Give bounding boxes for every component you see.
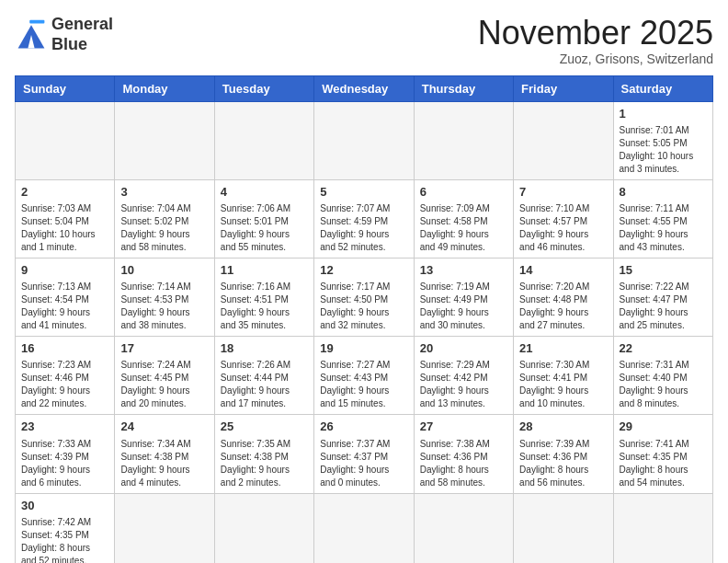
- day-info: Sunrise: 7:29 AM Sunset: 4:42 PM Dayligh…: [420, 359, 507, 410]
- calendar-cell: 18Sunrise: 7:26 AM Sunset: 4:44 PM Dayli…: [214, 337, 313, 415]
- calendar-cell: 27Sunrise: 7:38 AM Sunset: 4:36 PM Dayli…: [414, 415, 513, 493]
- day-number: 15: [620, 262, 707, 279]
- day-info: Sunrise: 7:07 AM Sunset: 4:59 PM Dayligh…: [320, 202, 407, 254]
- calendar-cell: 28Sunrise: 7:39 AM Sunset: 4:36 PM Dayli…: [514, 415, 613, 493]
- title-block: November 2025 Zuoz, Grisons, Switzerland: [478, 15, 713, 66]
- day-number: 16: [21, 340, 108, 357]
- day-info: Sunrise: 7:13 AM Sunset: 4:54 PM Dayligh…: [21, 281, 108, 332]
- calendar-cell: 16Sunrise: 7:23 AM Sunset: 4:46 PM Dayli…: [16, 337, 115, 415]
- day-info: Sunrise: 7:35 AM Sunset: 4:38 PM Dayligh…: [221, 438, 308, 489]
- day-number: 11: [221, 262, 308, 279]
- calendar-cell: [613, 493, 712, 563]
- day-number: 6: [420, 184, 507, 201]
- day-number: 3: [120, 184, 208, 201]
- calendar-cell: 15Sunrise: 7:22 AM Sunset: 4:47 PM Dayli…: [613, 258, 712, 336]
- calendar-cell: 19Sunrise: 7:27 AM Sunset: 4:43 PM Dayli…: [314, 337, 414, 415]
- day-info: Sunrise: 7:03 AM Sunset: 5:04 PM Dayligh…: [21, 202, 108, 254]
- day-number: 10: [120, 262, 208, 279]
- calendar-cell: 17Sunrise: 7:24 AM Sunset: 4:45 PM Dayli…: [115, 337, 214, 415]
- day-number: 5: [320, 184, 407, 201]
- weekday-header-saturday: Saturday: [613, 75, 712, 101]
- weekday-header-wednesday: Wednesday: [314, 75, 414, 101]
- day-info: Sunrise: 7:06 AM Sunset: 5:01 PM Dayligh…: [221, 202, 308, 254]
- page-header: General Blue November 2025 Zuoz, Grisons…: [15, 15, 713, 66]
- calendar-cell: 22Sunrise: 7:31 AM Sunset: 4:40 PM Dayli…: [613, 337, 712, 415]
- svg-rect-3: [29, 19, 44, 23]
- calendar-cell: 4Sunrise: 7:06 AM Sunset: 5:01 PM Daylig…: [214, 179, 313, 258]
- day-number: 7: [519, 184, 607, 201]
- calendar-cell: 7Sunrise: 7:10 AM Sunset: 4:57 PM Daylig…: [514, 179, 613, 258]
- day-info: Sunrise: 7:04 AM Sunset: 5:02 PM Dayligh…: [120, 202, 208, 254]
- calendar-cell: 13Sunrise: 7:19 AM Sunset: 4:49 PM Dayli…: [414, 258, 513, 336]
- calendar-table: SundayMondayTuesdayWednesdayThursdayFrid…: [15, 75, 713, 563]
- calendar-week-row: 23Sunrise: 7:33 AM Sunset: 4:39 PM Dayli…: [16, 415, 713, 493]
- day-number: 20: [420, 340, 507, 357]
- calendar-cell: [414, 493, 513, 563]
- location-subtitle: Zuoz, Grisons, Switzerland: [478, 52, 713, 66]
- day-number: 2: [21, 184, 108, 201]
- weekday-header-tuesday: Tuesday: [214, 75, 313, 101]
- day-info: Sunrise: 7:33 AM Sunset: 4:39 PM Dayligh…: [21, 438, 108, 489]
- calendar-cell: 9Sunrise: 7:13 AM Sunset: 4:54 PM Daylig…: [16, 258, 115, 336]
- day-info: Sunrise: 7:11 AM Sunset: 4:55 PM Dayligh…: [620, 202, 707, 254]
- calendar-week-row: 2Sunrise: 7:03 AM Sunset: 5:04 PM Daylig…: [16, 179, 713, 258]
- day-info: Sunrise: 7:27 AM Sunset: 4:43 PM Dayligh…: [320, 359, 407, 410]
- day-number: 26: [320, 419, 407, 435]
- day-number: 28: [519, 419, 607, 435]
- day-number: 9: [21, 262, 108, 279]
- calendar-cell: 12Sunrise: 7:17 AM Sunset: 4:50 PM Dayli…: [314, 258, 414, 336]
- calendar-week-row: 1Sunrise: 7:01 AM Sunset: 5:05 PM Daylig…: [16, 101, 713, 179]
- day-number: 29: [620, 419, 707, 435]
- calendar-cell: 23Sunrise: 7:33 AM Sunset: 4:39 PM Dayli…: [16, 415, 115, 493]
- calendar-cell: [214, 493, 313, 563]
- calendar-cell: 3Sunrise: 7:04 AM Sunset: 5:02 PM Daylig…: [115, 179, 214, 258]
- calendar-cell: [314, 493, 414, 563]
- day-info: Sunrise: 7:23 AM Sunset: 4:46 PM Dayligh…: [21, 359, 108, 410]
- day-info: Sunrise: 7:38 AM Sunset: 4:36 PM Dayligh…: [420, 438, 507, 489]
- calendar-cell: [314, 101, 414, 179]
- day-info: Sunrise: 7:09 AM Sunset: 4:58 PM Dayligh…: [420, 202, 507, 254]
- day-number: 23: [21, 419, 108, 435]
- calendar-cell: [414, 101, 513, 179]
- calendar-cell: [214, 101, 313, 179]
- day-number: 24: [120, 419, 208, 435]
- day-number: 18: [221, 340, 308, 357]
- day-info: Sunrise: 7:22 AM Sunset: 4:47 PM Dayligh…: [620, 281, 707, 332]
- day-info: Sunrise: 7:34 AM Sunset: 4:38 PM Dayligh…: [120, 438, 208, 489]
- day-number: 4: [221, 184, 308, 201]
- logo-text: General Blue: [51, 15, 113, 54]
- calendar-cell: 10Sunrise: 7:14 AM Sunset: 4:53 PM Dayli…: [115, 258, 214, 336]
- calendar-cell: 14Sunrise: 7:20 AM Sunset: 4:48 PM Dayli…: [514, 258, 613, 336]
- day-info: Sunrise: 7:39 AM Sunset: 4:36 PM Dayligh…: [519, 438, 607, 489]
- calendar-cell: 29Sunrise: 7:41 AM Sunset: 4:35 PM Dayli…: [613, 415, 712, 493]
- day-info: Sunrise: 7:24 AM Sunset: 4:45 PM Dayligh…: [120, 359, 208, 410]
- day-number: 12: [320, 262, 407, 279]
- calendar-cell: 20Sunrise: 7:29 AM Sunset: 4:42 PM Dayli…: [414, 337, 513, 415]
- day-number: 30: [21, 498, 108, 514]
- day-number: 27: [420, 419, 507, 435]
- calendar-week-row: 30Sunrise: 7:42 AM Sunset: 4:35 PM Dayli…: [16, 493, 713, 563]
- calendar-cell: [16, 101, 115, 179]
- day-number: 19: [320, 340, 407, 357]
- day-info: Sunrise: 7:16 AM Sunset: 4:51 PM Dayligh…: [221, 281, 308, 332]
- calendar-week-row: 9Sunrise: 7:13 AM Sunset: 4:54 PM Daylig…: [16, 258, 713, 336]
- day-number: 13: [420, 262, 507, 279]
- calendar-cell: 11Sunrise: 7:16 AM Sunset: 4:51 PM Dayli…: [214, 258, 313, 336]
- calendar-cell: [115, 101, 214, 179]
- day-info: Sunrise: 7:20 AM Sunset: 4:48 PM Dayligh…: [519, 281, 607, 332]
- calendar-cell: 25Sunrise: 7:35 AM Sunset: 4:38 PM Dayli…: [214, 415, 313, 493]
- calendar-cell: 2Sunrise: 7:03 AM Sunset: 5:04 PM Daylig…: [16, 179, 115, 258]
- day-number: 17: [120, 340, 208, 357]
- day-info: Sunrise: 7:42 AM Sunset: 4:35 PM Dayligh…: [21, 516, 108, 563]
- day-info: Sunrise: 7:19 AM Sunset: 4:49 PM Dayligh…: [420, 281, 507, 332]
- weekday-header-monday: Monday: [115, 75, 214, 101]
- logo: General Blue: [15, 15, 113, 54]
- calendar-cell: 30Sunrise: 7:42 AM Sunset: 4:35 PM Dayli…: [16, 493, 115, 563]
- weekday-header-row: SundayMondayTuesdayWednesdayThursdayFrid…: [16, 75, 713, 101]
- calendar-cell: [115, 493, 214, 563]
- day-info: Sunrise: 7:37 AM Sunset: 4:37 PM Dayligh…: [320, 438, 407, 489]
- general-blue-icon: [15, 18, 48, 52]
- day-info: Sunrise: 7:17 AM Sunset: 4:50 PM Dayligh…: [320, 281, 407, 332]
- calendar-cell: 1Sunrise: 7:01 AM Sunset: 5:05 PM Daylig…: [613, 101, 712, 179]
- day-number: 8: [620, 184, 707, 201]
